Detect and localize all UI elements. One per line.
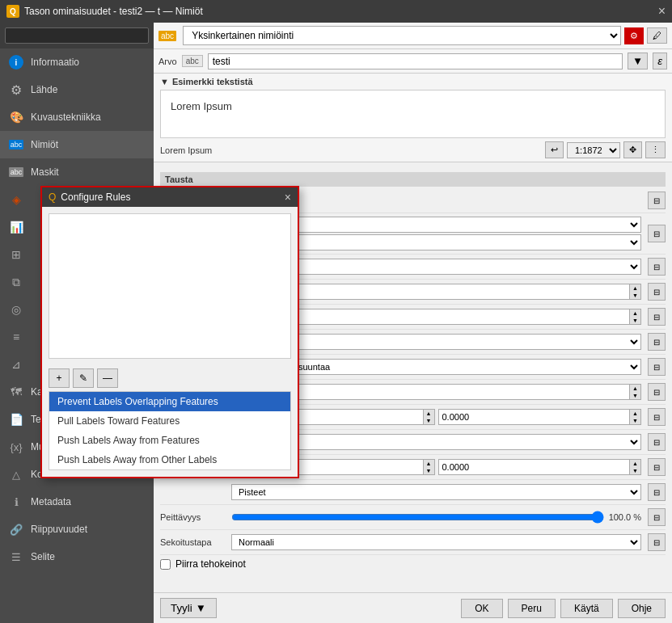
labeling-settings-button[interactable]: ⚙ [624, 27, 644, 44]
labeling-mode-select[interactable]: Yksinkertainen nimiöinti [183, 26, 621, 45]
tyyli-button[interactable]: Tyyli ▼ [160, 598, 217, 618]
grid-icon: ⊞ [8, 246, 24, 263]
sade-unit-reset[interactable]: ⊟ [648, 483, 666, 501]
sidebar-label-kuvaustekniikka: Kuvaustekniikka [31, 112, 101, 123]
sade-reset[interactable]: ⊟ [648, 458, 666, 476]
menu-item-push-away-features[interactable]: Push Labels Away from Features [49, 431, 290, 450]
configure-rules-edit-button[interactable]: ✎ [73, 368, 94, 388]
configure-rules-title: Configure Rules [61, 192, 279, 203]
preview-controls: ↩ 1:1872 ✥ ⋮ [545, 141, 666, 158]
preview-back-button[interactable]: ↩ [545, 141, 564, 158]
esimerkki-preview-main: Lorem Ipsum [167, 97, 658, 116]
muoto-reset[interactable]: ⊟ [648, 225, 666, 242]
menu-item-prevent-overlapping[interactable]: Prevent Labels Overlapping Features [49, 392, 290, 411]
siirtymä-x-down[interactable]: ▼ [424, 417, 434, 424]
sidebar-item-lahde[interactable]: ⚙ Lähde [0, 76, 154, 103]
koko-x-reset[interactable]: ⊟ [648, 283, 666, 301]
piirra-tausta-reset[interactable]: ⊟ [648, 192, 666, 209]
sidebar-item-metadata[interactable]: ℹ Metadata [0, 488, 154, 516]
esimerkki-content: Lorem Ipsum [160, 90, 666, 138]
menu-item-pull-toward[interactable]: Pull Labels Toward Features [49, 411, 290, 431]
configure-rules-menu: Prevent Labels Overlapping Features Pull… [49, 391, 291, 470]
abc-blue-icon: abc [8, 137, 24, 153]
layer-icon: ⧉ [8, 274, 24, 290]
peittavyys-reset[interactable]: ⊟ [648, 508, 666, 526]
peittavyys-slider[interactable] [231, 511, 604, 524]
sidebar-item-maskit[interactable]: abc Maskit [0, 158, 154, 186]
sekoitustapa-reset[interactable]: ⊟ [648, 533, 666, 551]
cube-icon: ◈ [8, 192, 24, 208]
preview-pan-button[interactable]: ✥ [623, 141, 642, 158]
sidebar-label-maskit: Maskit [31, 166, 59, 178]
sidebar-label-nimiot: Nimiöt [31, 139, 58, 150]
koon-tyyppi-reset[interactable]: ⊟ [648, 258, 666, 276]
esimerkki-header[interactable]: ▼ Esimerkki tekstistä [160, 77, 666, 86]
siirtymä-unit-reset[interactable]: ⊟ [648, 433, 666, 451]
siirtymä-y-input[interactable] [439, 410, 630, 424]
siirtymä-y-down[interactable]: ▼ [630, 417, 640, 424]
sade-unit-select[interactable]: Pisteet [231, 484, 641, 500]
search-input[interactable] [5, 27, 149, 44]
configure-rules-close-button[interactable]: × [285, 191, 291, 204]
preview-scale-select[interactable]: 1:1872 [567, 142, 620, 158]
epsilon-button[interactable]: ε [653, 53, 667, 69]
value-input[interactable] [208, 53, 623, 69]
sade-x-up[interactable]: ▲ [424, 460, 434, 467]
sade-x-down[interactable]: ▼ [424, 467, 434, 474]
siirtymä-y-spinbox: ▲ ▼ [438, 409, 642, 425]
kierto-degrees-reset[interactable]: ⊟ [648, 383, 666, 401]
menu-item-push-away-labels[interactable]: Push Labels Away from Other Labels [49, 450, 290, 469]
siirtymä-x-up[interactable]: ▲ [424, 410, 434, 417]
configure-rules-add-button[interactable]: + [49, 368, 70, 388]
kayta-button[interactable]: Käytä [560, 599, 613, 618]
configure-rules-remove-button[interactable]: — [97, 368, 118, 388]
sekoitustapa-select[interactable]: Normaali [231, 534, 641, 550]
sidebar-item-informaatio[interactable]: i Informaatio [0, 48, 154, 76]
siirtymä-reset[interactable]: ⊟ [648, 408, 666, 426]
sidebar-item-selite[interactable]: ☰ Selite [0, 543, 154, 570]
kierto-spin-up[interactable]: ▲ [630, 385, 640, 392]
tausta-section-header: Tausta [160, 172, 666, 187]
kierto-reset[interactable]: ⊟ [648, 358, 666, 376]
koko-x-spin-down[interactable]: ▼ [630, 292, 640, 299]
tyyli-label: Tyyli [171, 602, 192, 614]
peru-button[interactable]: Peru [508, 599, 556, 618]
symbology-icon: 🎨 [8, 109, 24, 125]
piirra-tehokeinot-row: Piirra tehokeinot [160, 555, 666, 573]
koko-x-spin-up[interactable]: ▲ [630, 284, 640, 292]
peittavyys-row: Peittävyys 100.0 % ⊟ [160, 505, 666, 530]
piirra-tehokeinot-label: Piirra tehokeinot [175, 558, 246, 570]
ohje-button[interactable]: Ohje [618, 599, 666, 618]
kierto-spin-down[interactable]: ▼ [630, 392, 640, 399]
koko-y-spin-up[interactable]: ▲ [630, 309, 640, 317]
koko-y-reset[interactable]: ⊟ [648, 308, 666, 326]
sade-y-input[interactable] [439, 460, 630, 474]
koko-y-spin-down[interactable]: ▼ [630, 317, 640, 324]
sidebar-item-riippuvuudet[interactable]: 🔗 Riippuvuudet [0, 516, 154, 543]
sidebar-item-kuvaustekniikka[interactable]: 🎨 Kuvaustekniikka [0, 103, 154, 131]
metadata-icon: ℹ [8, 494, 24, 510]
toolbar-row: abc Yksinkertainen nimiöinti ⚙ 🖊 [154, 23, 672, 49]
sekoitustapa-label: Sekoitustapa [160, 537, 225, 547]
value-dropdown-button[interactable]: ▼ [628, 53, 648, 69]
piirra-tehokeinot-checkbox[interactable] [160, 559, 171, 570]
siirtymä-y-up[interactable]: ▲ [630, 410, 640, 417]
sidebar-label-metadata: Metadata [31, 496, 71, 507]
window-title: Tason ominaisuudet - testi2 — t — Nimiöt [24, 6, 653, 17]
esimerkki-section: ▼ Esimerkki tekstistä Lorem Ipsum Lorem … [154, 74, 672, 162]
sidebar-label-informaatio: Informaatio [31, 57, 79, 68]
sade-y-up[interactable]: ▲ [630, 460, 640, 467]
peittavyys-label: Peittävyys [160, 512, 225, 522]
peittavyys-control: 100.0 % [231, 511, 641, 524]
esimerkki-preview-bottom: Lorem Ipsum [160, 145, 212, 155]
preview-extra-button[interactable]: ⋮ [645, 141, 666, 158]
configure-rules-toolbar: + ✎ — [42, 365, 298, 391]
ok-button[interactable]: OK [461, 599, 502, 618]
unit-reset[interactable]: ⊟ [648, 333, 666, 351]
sidebar-item-nimiot[interactable]: abc Nimiöt [0, 131, 154, 158]
labeling-extra-button[interactable]: 🖊 [647, 27, 667, 44]
elevation-icon: △ [8, 466, 24, 482]
search-box [0, 23, 154, 48]
window-close-button[interactable]: × [658, 4, 666, 19]
sade-y-down[interactable]: ▼ [630, 467, 640, 474]
